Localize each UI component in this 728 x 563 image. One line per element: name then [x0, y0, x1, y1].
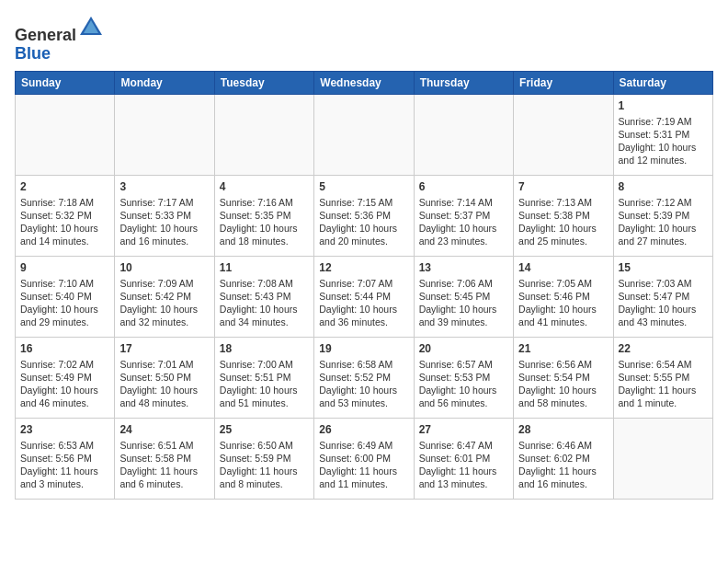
day-number: 25 — [220, 422, 309, 437]
calendar-cell — [115, 94, 214, 175]
logo: General Blue — [15, 15, 104, 63]
calendar-cell: 20Sunrise: 6:57 AMSunset: 5:53 PMDayligh… — [414, 337, 513, 418]
logo-blue-text: Blue — [15, 44, 51, 63]
day-header-saturday: Saturday — [613, 71, 712, 94]
logo-general-text: General — [15, 26, 76, 44]
calendar-cell: 7Sunrise: 7:13 AMSunset: 5:38 PMDaylight… — [514, 175, 613, 256]
calendar-cell: 10Sunrise: 7:09 AMSunset: 5:42 PMDayligh… — [115, 256, 214, 337]
calendar-cell: 1Sunrise: 7:19 AMSunset: 5:31 PMDaylight… — [613, 94, 712, 175]
day-number: 20 — [419, 341, 508, 356]
calendar-cell: 8Sunrise: 7:12 AMSunset: 5:39 PMDaylight… — [613, 175, 712, 256]
calendar-table: SundayMondayTuesdayWednesdayThursdayFrid… — [15, 71, 713, 500]
day-number: 4 — [220, 179, 309, 194]
calendar-cell: 24Sunrise: 6:51 AMSunset: 5:58 PMDayligh… — [115, 418, 214, 499]
day-number: 28 — [518, 422, 608, 437]
calendar-cell: 4Sunrise: 7:16 AMSunset: 5:35 PMDaylight… — [214, 175, 313, 256]
calendar-cell: 21Sunrise: 6:56 AMSunset: 5:54 PMDayligh… — [514, 337, 613, 418]
day-number: 19 — [319, 341, 408, 356]
calendar-cell: 9Sunrise: 7:10 AMSunset: 5:40 PMDaylight… — [16, 256, 115, 337]
calendar-cell — [314, 94, 414, 175]
day-number: 12 — [319, 260, 408, 275]
day-number: 15 — [619, 260, 708, 275]
calendar-cell — [514, 94, 613, 175]
calendar-cell: 3Sunrise: 7:17 AMSunset: 5:33 PMDaylight… — [115, 175, 214, 256]
day-number: 17 — [119, 341, 209, 356]
day-number: 7 — [518, 179, 608, 194]
calendar-cell: 16Sunrise: 7:02 AMSunset: 5:49 PMDayligh… — [16, 337, 115, 418]
day-header-friday: Friday — [514, 71, 613, 94]
day-number: 23 — [20, 422, 109, 437]
logo-icon — [78, 15, 104, 40]
calendar-cell: 22Sunrise: 6:54 AMSunset: 5:55 PMDayligh… — [613, 337, 712, 418]
calendar-cell: 11Sunrise: 7:08 AMSunset: 5:43 PMDayligh… — [214, 256, 313, 337]
calendar-cell: 15Sunrise: 7:03 AMSunset: 5:47 PMDayligh… — [613, 256, 712, 337]
calendar-cell — [414, 94, 513, 175]
day-number: 10 — [119, 260, 209, 275]
calendar-cell: 26Sunrise: 6:49 AMSunset: 6:00 PMDayligh… — [314, 418, 414, 499]
day-header-wednesday: Wednesday — [314, 71, 414, 94]
calendar-cell: 28Sunrise: 6:46 AMSunset: 6:02 PMDayligh… — [514, 418, 613, 499]
day-header-tuesday: Tuesday — [214, 71, 313, 94]
day-number: 14 — [518, 260, 608, 275]
calendar-cell: 12Sunrise: 7:07 AMSunset: 5:44 PMDayligh… — [314, 256, 414, 337]
calendar-cell — [16, 94, 115, 175]
day-number: 2 — [20, 179, 109, 194]
calendar-cell: 27Sunrise: 6:47 AMSunset: 6:01 PMDayligh… — [414, 418, 513, 499]
day-number: 16 — [20, 341, 109, 356]
week-row-2: 2Sunrise: 7:18 AMSunset: 5:32 PMDaylight… — [16, 175, 713, 256]
day-header-thursday: Thursday — [414, 71, 513, 94]
calendar-cell: 23Sunrise: 6:53 AMSunset: 5:56 PMDayligh… — [16, 418, 115, 499]
week-row-1: 1Sunrise: 7:19 AMSunset: 5:31 PMDaylight… — [16, 94, 713, 175]
calendar-cell: 5Sunrise: 7:15 AMSunset: 5:36 PMDaylight… — [314, 175, 414, 256]
day-number: 11 — [220, 260, 309, 275]
day-number: 18 — [220, 341, 309, 356]
day-number: 27 — [419, 422, 508, 437]
calendar-cell: 13Sunrise: 7:06 AMSunset: 5:45 PMDayligh… — [414, 256, 513, 337]
calendar-cell: 2Sunrise: 7:18 AMSunset: 5:32 PMDaylight… — [16, 175, 115, 256]
day-number: 21 — [518, 341, 608, 356]
day-number: 13 — [419, 260, 508, 275]
day-number: 1 — [619, 98, 708, 113]
calendar-cell — [214, 94, 313, 175]
calendar-cell: 25Sunrise: 6:50 AMSunset: 5:59 PMDayligh… — [214, 418, 313, 499]
page-header: General Blue — [15, 15, 713, 63]
day-header-sunday: Sunday — [16, 71, 115, 94]
day-number: 26 — [319, 422, 408, 437]
calendar-cell — [613, 418, 712, 499]
week-row-4: 16Sunrise: 7:02 AMSunset: 5:49 PMDayligh… — [16, 337, 713, 418]
week-row-5: 23Sunrise: 6:53 AMSunset: 5:56 PMDayligh… — [16, 418, 713, 499]
day-header-monday: Monday — [115, 71, 214, 94]
header-row: SundayMondayTuesdayWednesdayThursdayFrid… — [16, 71, 713, 94]
day-number: 3 — [119, 179, 209, 194]
day-number: 6 — [419, 179, 508, 194]
day-number: 5 — [319, 179, 408, 194]
calendar-cell: 6Sunrise: 7:14 AMSunset: 5:37 PMDaylight… — [414, 175, 513, 256]
week-row-3: 9Sunrise: 7:10 AMSunset: 5:40 PMDaylight… — [16, 256, 713, 337]
calendar-cell: 19Sunrise: 6:58 AMSunset: 5:52 PMDayligh… — [314, 337, 414, 418]
day-number: 22 — [619, 341, 708, 356]
calendar-cell: 14Sunrise: 7:05 AMSunset: 5:46 PMDayligh… — [514, 256, 613, 337]
day-number: 8 — [619, 179, 708, 194]
day-number: 24 — [119, 422, 209, 437]
calendar-cell: 17Sunrise: 7:01 AMSunset: 5:50 PMDayligh… — [115, 337, 214, 418]
calendar-cell: 18Sunrise: 7:00 AMSunset: 5:51 PMDayligh… — [214, 337, 313, 418]
day-number: 9 — [20, 260, 109, 275]
